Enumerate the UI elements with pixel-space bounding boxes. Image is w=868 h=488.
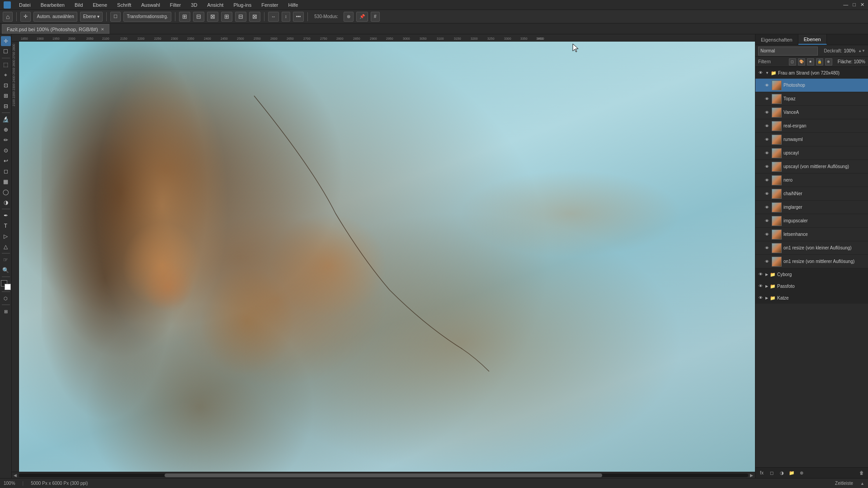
lasso-tool[interactable]: ⌖ [1,70,11,80]
align-center-btn[interactable]: ⊟ [193,12,204,22]
hand-tool[interactable]: ☞ [1,255,11,265]
text-tool[interactable]: T [1,221,11,231]
group-katze[interactable]: 👁 ▶ 📁 Katze [755,292,868,304]
shape-tool[interactable]: △ [1,242,11,252]
minimize-button[interactable]: — [841,1,850,9]
layer-imglarger[interactable]: 👁 imglarger [755,201,868,214]
layer-nero[interactable]: 👁 nero [755,174,868,187]
document-tab[interactable]: Fazit.psd bei 100% (Photoshop, RGB/8#) ✕ [2,24,109,34]
home-button[interactable]: ⌂ [3,12,13,22]
auto-select-btn[interactable]: Autom. auswählen [33,12,77,22]
group-arrow-cyborg[interactable]: ▶ [765,272,768,277]
layers-list[interactable]: 👁 ▼ 📁 Frau am Strand (von 720x480) 👁 Pho… [755,67,868,467]
scroll-left-arrow[interactable]: ◀ [14,473,17,478]
menu-bild[interactable]: Bild [73,1,85,9]
path-select-tool[interactable]: ▷ [1,231,11,241]
layer-vis-imglarger[interactable]: 👁 [764,204,770,211]
align-right-btn[interactable]: ⊠ [207,12,218,22]
menu-bearbeiten[interactable]: Bearbeiten [39,1,66,9]
rect-select-tool[interactable]: ⬚ [1,60,11,70]
scroll-right-arrow[interactable]: ▶ [750,473,753,478]
layer-dropdown-btn[interactable]: Ebene ▾ [80,12,103,22]
menu-schrift[interactable]: Schrift [115,1,133,9]
artboard-tool[interactable]: ☐ [1,47,11,56]
opacity-stepper[interactable]: ▲▼ [858,49,865,53]
layer-on1-klein[interactable]: 👁 on1 resize (von kleiner Auflösung) [755,241,868,255]
filter-type-btn[interactable]: ◻ [789,58,796,66]
layer-fx-btn[interactable]: fx [757,469,766,477]
align-bottom-btn[interactable]: ⊠ [249,12,260,22]
layer-vis-nero[interactable]: 👁 [764,177,770,183]
menu-3d[interactable]: 3D [189,1,199,9]
document-tab-close[interactable]: ✕ [101,27,104,32]
layer-adjustment-btn[interactable]: ◑ [777,469,786,477]
align-left-btn[interactable]: ⊞ [179,12,190,22]
layer-vis-chainNer[interactable]: 👁 [764,191,770,197]
menu-filter[interactable]: Filter [168,1,183,9]
warp-icon[interactable]: ⊛ [344,12,354,22]
filter-smart-btn[interactable]: ⊕ [825,58,832,66]
align-top-btn[interactable]: ⊞ [221,12,232,22]
quick-mask-tool[interactable]: ⬡ [1,293,11,303]
layer-vis-upscayl-mittlerer[interactable]: 👁 [764,164,770,170]
layer-vis-real-esrgan[interactable]: 👁 [764,123,770,129]
layer-vis-letsenhance[interactable]: 👁 [764,231,770,238]
layer-vis-on1-mittlerer[interactable]: 👁 [764,258,770,265]
align-middle-btn[interactable]: ⊟ [235,12,246,22]
layer-on1-mittlerer[interactable]: 👁 on1 resize (von mittlerer Auflösung) [755,255,868,268]
layer-runwayml[interactable]: 👁 runwayml [755,133,868,146]
pin-icon[interactable]: 📌 [356,12,368,22]
menu-fenster[interactable]: Fenster [259,1,280,9]
layer-photoshop[interactable]: 👁 Photoshop [755,79,868,92]
maximize-button[interactable]: □ [851,1,858,9]
blend-mode-select[interactable]: Normal [758,47,818,56]
group-arrow-passfoto[interactable]: ▶ [765,284,768,288]
properties-tab[interactable]: Eigenschaften [755,34,798,45]
layer-imgupscaler[interactable]: 👁 imgupscaler [755,214,868,228]
layer-vis-vanceA[interactable]: 👁 [764,109,770,116]
distribute-vert-btn[interactable]: ↕ [282,12,290,22]
fg-bg-colors[interactable] [1,280,11,290]
layer-chainNer[interactable]: 👁 chaiNNer [755,187,868,201]
distribute-horiz-btn[interactable]: ↔ [268,12,279,22]
layer-group-btn[interactable]: 📁 [787,469,796,477]
gradient-tool[interactable]: ▦ [1,177,11,187]
canvas-scroll[interactable] [19,42,755,472]
layers-tab[interactable]: Ebenen [798,34,827,45]
group-passfoto[interactable]: 👁 ▶ 📁 Passfoto [755,280,868,292]
layer-vis-frau[interactable]: 👁 [757,70,764,76]
pen-tool[interactable]: ✒ [1,211,11,221]
menu-ansicht[interactable]: Ansicht [205,1,225,9]
grid-icon[interactable]: # [371,12,380,22]
layer-vis-cyborg[interactable]: 👁 [757,271,764,277]
screen-mode-btn[interactable]: ⊞ [1,306,11,316]
move-tool-options[interactable]: ✛ [20,12,31,22]
brush-tool[interactable]: ✏ [1,135,11,145]
zoom-tool[interactable]: 🔍 [1,265,11,275]
menu-auswahl[interactable]: Auswahl [139,1,162,9]
group-arrow-frau[interactable]: ▼ [765,71,769,75]
layer-vis-imgupscaler[interactable]: 👁 [764,218,770,224]
layer-new-btn[interactable]: ⊕ [797,469,806,477]
h-scroll-track[interactable] [19,474,748,477]
timeline-label[interactable]: Zeitleiste [835,481,853,486]
layer-vis-katze[interactable]: 👁 [757,295,764,301]
filter-mode-btn[interactable]: ★ [807,58,814,66]
frame-tool[interactable]: ⊟ [1,101,11,111]
transform-strg-btn[interactable]: Transformationsstrg. [123,12,171,22]
h-scroll-thumb[interactable] [165,474,602,477]
close-button[interactable]: ✕ [859,1,866,9]
layer-vis-photoshop[interactable]: 👁 [764,82,770,89]
transform-btn[interactable]: ☐ [110,12,121,22]
menu-ebene[interactable]: Ebene [91,1,109,9]
layer-topaz[interactable]: 👁 Topaz [755,92,868,106]
layer-vis-runwayml[interactable]: 👁 [764,136,770,143]
group-cyborg[interactable]: 👁 ▶ 📁 Cyborg [755,268,868,280]
menu-plugins[interactable]: Plug-ins [231,1,253,9]
filter-color-btn[interactable]: 🔒 [816,58,823,66]
eyedropper-tool[interactable]: 🔬 [1,114,11,124]
layer-delete-btn[interactable]: 🗑 [857,469,866,477]
menu-datei[interactable]: Datei [17,1,33,9]
move-tool[interactable]: ✛ [1,36,11,46]
blur-tool[interactable]: ◯ [1,187,11,197]
